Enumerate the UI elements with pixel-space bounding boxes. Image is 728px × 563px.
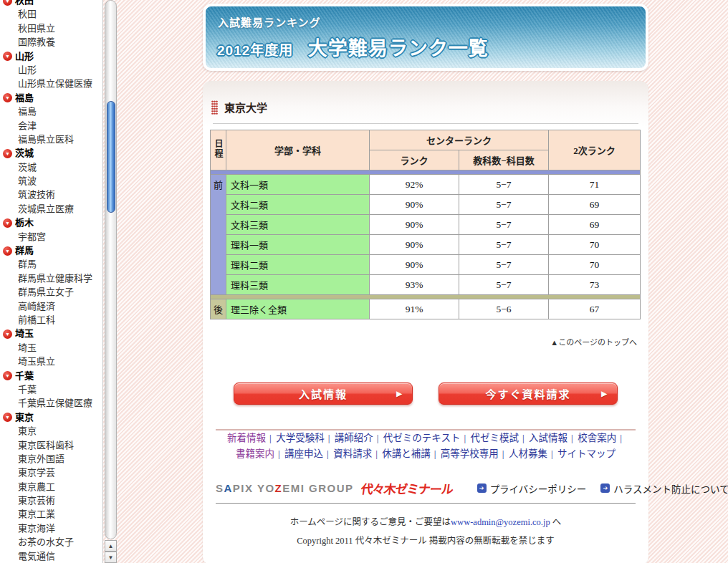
footer-link[interactable]: 講師紹介| [335,433,383,443]
sidebar-item[interactable]: ▼ 東京学芸 [0,466,102,479]
header-rank: ランク [370,150,459,170]
link-separator: | [571,433,573,443]
sidebar-item[interactable]: ▼ 宇都宮 [0,230,102,244]
faculty-cell: 理科一類 [226,235,370,255]
sidebar-item[interactable]: ▼ 東京海洋 [0,521,102,535]
link-separator: | [327,448,329,459]
banner-title: 大学難易ランク一覧 [308,38,489,59]
sidebar-item[interactable]: ▼ 福島 [0,105,102,118]
sidebar-item[interactable]: ▼ お茶の水女子 [0,535,102,549]
sidebar-item[interactable]: ▼ 前橋工科 [0,313,102,327]
sidebar-item[interactable]: ▼ 会津 [0,119,102,133]
footer-link[interactable]: 代ゼミ模試| [471,433,530,443]
down-arrow-icon: ▼ [3,52,12,61]
sidebar-item-label: 福島 [18,106,37,117]
scrollbar-track[interactable] [105,0,117,539]
sidebar-item-label: 茨城県立医療 [18,203,74,214]
sidebar-item[interactable]: ▼ 群馬県立健康科学 [0,271,102,285]
secondary-rank-cell: 69 [549,215,641,235]
policy-link[interactable]: ➔ ハラスメント防止について [600,481,728,496]
sidebar-item[interactable]: ▼ 秋田 [0,0,102,7]
group-branding-row: SAPIX YOZEMI GROUP 代々木ゼミナール ➔ プライバシーポリシー… [203,479,648,497]
sidebar-item-label: 山形県立保健医療 [18,78,92,89]
policy-link[interactable]: ➔ プライバシーポリシー [477,481,587,496]
sidebar-item[interactable]: ▼ 群馬 [0,257,102,271]
sidebar-item[interactable]: ▼ 東京 [0,424,102,438]
table-row: 前 文科一類 92% 5−7 71 [211,175,641,195]
policy-link-label: プライバシーポリシー [490,481,587,496]
footer-link[interactable]: 休講と補講| [382,448,441,459]
sidebar-item[interactable]: ▼ 東京芸術 [0,494,102,507]
sidebar-item[interactable]: ▼ 茨城県立医療 [0,202,102,216]
sidebar-item[interactable]: ▼ 群馬 [0,244,102,257]
sidebar-item[interactable]: ▼ 筑波 [0,174,102,188]
subjects-cell: 5−7 [459,235,549,255]
scrollbar-thumb[interactable] [107,101,115,213]
exam-info-button[interactable]: 入試情報 ▶ [234,382,413,405]
request-materials-button[interactable]: 今すぐ資料請求 ▶ [439,382,618,405]
sidebar-item[interactable]: ▼ 高崎経済 [0,299,102,313]
faculty-cell: 文科一類 [226,175,370,195]
sidebar-item[interactable]: ▼ 埼玉 [0,327,102,340]
footer-link[interactable]: 人材募集| [509,448,557,459]
rank-cell: 93% [370,275,459,295]
sidebar-item[interactable]: ▼ 筑波技術 [0,188,102,201]
sidebar-item[interactable]: ▼ 栃木 [0,216,102,229]
sidebar-nav: ▼ 秋田 ▼ 秋田 ▼ 秋田県立 ▼ 国際教養 [0,0,103,563]
sidebar-item-label: 千葉 [15,370,34,381]
footer-link[interactable]: 講座申込| [284,448,333,459]
footer-link[interactable]: 校舎案内| [578,433,624,443]
footer-link[interactable]: 新着情報| [227,433,276,443]
footer-link[interactable]: 高等学校専用| [441,448,509,459]
footer-link[interactable]: 資料請求| [333,448,382,459]
sidebar-item[interactable]: ▼ 千葉 [0,382,102,396]
sidebar-item[interactable]: ▼ 国際教養 [0,35,102,49]
footer-link[interactable]: 書籍案内| [236,448,284,459]
contact-suffix: へ [550,517,562,527]
sapix-yozemi-group-logo: SAPIX YOZEMI GROUP [216,482,354,494]
subjects-cell: 5−6 [459,299,549,319]
footer-link[interactable]: 入試情報| [529,433,578,443]
sidebar-item[interactable]: ▼ 千葉 [0,369,102,382]
right-arrow-icon: ▶ [601,390,607,398]
table-row: 文科二類 90% 5−7 69 [211,195,641,215]
sidebar-item[interactable]: ▼ 秋田 [0,7,102,21]
sidebar-item[interactable]: ▼ 山形 [0,63,102,77]
table-row: 文科三類 90% 5−7 69 [211,215,641,235]
back-to-top-link[interactable]: ▲このページのトップへ [550,338,637,347]
down-arrow-icon: ▼ [3,329,12,339]
sidebar-item-label: 高崎経済 [18,301,55,312]
sidebar-item[interactable]: ▼ 福島 [0,91,102,105]
table-row: 理科一類 90% 5−7 70 [211,235,641,255]
footer-link[interactable]: 大学受験科| [276,433,335,443]
sidebar-item[interactable]: ▼ 埼玉 [0,341,102,355]
link-separator: | [502,448,504,459]
sidebar-item[interactable]: ▼ 東京農工 [0,480,102,494]
sidebar-item[interactable]: ▼ 電気通信 [0,549,102,563]
sidebar-item-label: 千葉 [18,384,37,395]
subjects-cell: 5−7 [459,255,549,275]
footer-link[interactable]: サイトマップ| [557,448,616,459]
sidebar-item[interactable]: ▼ 山形県立保健医療 [0,77,102,90]
sidebar-item[interactable]: ▼ 群馬県立女子 [0,285,102,299]
sidebar-item[interactable]: ▼ 福島県立医科 [0,133,102,146]
sidebar-item[interactable]: ▼ 千葉県立保健医療 [0,396,102,410]
sidebar-item[interactable]: ▼ 秋田県立 [0,21,102,35]
scroll-up-button[interactable]: ▲ [105,540,117,552]
sidebar-item[interactable]: ▼ 東京外国語 [0,452,102,466]
sidebar-item[interactable]: ▼ 東京 [0,410,102,424]
contact-email-link[interactable]: www-admin@yozemi.co.jp [451,517,550,527]
link-separator: | [269,433,272,443]
sidebar-item[interactable]: ▼ 茨城 [0,146,102,160]
sidebar-item[interactable]: ▼ 埼玉県立 [0,355,102,368]
sidebar-item[interactable]: ▼ 東京工業 [0,507,102,521]
sidebar-item[interactable]: ▼ 茨城 [0,160,102,174]
request-materials-button-label: 今すぐ資料請求 [485,386,570,401]
header-faculty: 学部・学科 [226,130,370,170]
contact-prefix: ホームページに関するご意見・ご要望は [290,517,451,527]
sidebar-item-label: 茨城 [18,162,37,173]
footer-link[interactable]: 代ゼミのテキスト| [383,433,471,443]
scroll-down-button[interactable]: ▼ [105,552,117,563]
sidebar-item[interactable]: ▼ 東京医科歯科 [0,438,102,452]
sidebar-item[interactable]: ▼ 山形 [0,49,102,63]
